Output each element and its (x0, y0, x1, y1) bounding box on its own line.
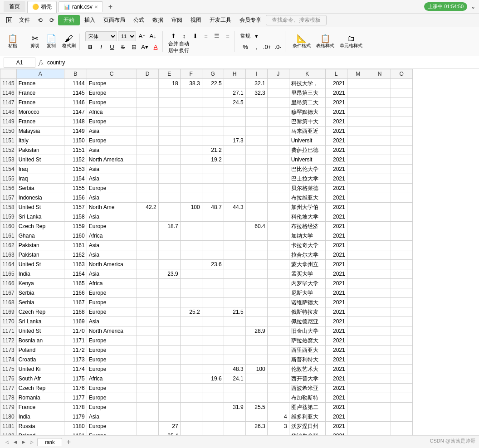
cell-b[interactable]: 1145 (64, 88, 87, 98)
cell-f[interactable] (180, 279, 202, 288)
cell-a[interactable]: France (16, 117, 64, 127)
cell-k[interactable]: 蒙大拿州立 (289, 260, 325, 269)
cell-e[interactable] (158, 279, 180, 288)
col-header-n[interactable]: N (369, 69, 391, 79)
font-decrease-button[interactable]: A↓ (148, 31, 158, 41)
cell-l[interactable]: 2021 (325, 203, 347, 212)
cell-b[interactable]: 1151 (64, 146, 87, 155)
cell-n[interactable] (369, 355, 391, 365)
cell-n[interactable] (369, 117, 391, 127)
cell-d[interactable] (137, 288, 158, 298)
cell-h[interactable]: 24.1 (224, 374, 245, 384)
underline-button[interactable]: U (107, 42, 117, 52)
cell-e[interactable] (158, 365, 180, 374)
cell-e[interactable] (158, 403, 180, 412)
cell-m[interactable] (347, 422, 369, 431)
cell-j[interactable] (267, 127, 289, 136)
cell-m[interactable] (347, 403, 369, 412)
cell-e[interactable] (158, 241, 180, 250)
cell-n[interactable] (369, 146, 391, 155)
cell-l[interactable]: 2021 (325, 98, 347, 107)
cell-b[interactable]: 1179 (64, 412, 87, 422)
cell-g[interactable] (202, 384, 224, 393)
cell-i[interactable] (245, 212, 267, 222)
cell-h[interactable] (224, 346, 245, 355)
cell-d[interactable] (137, 250, 158, 260)
col-header-b[interactable]: B (64, 69, 87, 79)
cell-f[interactable] (180, 336, 202, 346)
cell-a[interactable]: Bosnia an (16, 336, 64, 346)
cell-a[interactable]: France (16, 88, 64, 98)
tab-wps[interactable]: 🟡 稻壳 (27, 1, 57, 13)
cell-m[interactable] (347, 146, 369, 155)
cell-n[interactable] (369, 374, 391, 384)
cell-n[interactable] (369, 250, 391, 260)
cell-f[interactable] (180, 374, 202, 384)
cell-m[interactable] (347, 279, 369, 288)
cell-m[interactable] (347, 269, 369, 279)
cell-j[interactable] (267, 241, 289, 250)
expand-icon[interactable]: ⌄ (471, 4, 475, 10)
cell-h[interactable] (224, 155, 245, 165)
menu-developer[interactable]: 开发工具 (206, 15, 235, 25)
cell-f[interactable]: 25.2 (180, 307, 202, 317)
cell-o[interactable] (391, 212, 412, 222)
cell-j[interactable] (267, 288, 289, 298)
cell-d[interactable] (137, 165, 158, 174)
cell-k[interactable]: 科技大学， (289, 79, 325, 88)
cell-k[interactable]: 孟买大学 (289, 269, 325, 279)
cell-k[interactable]: 华沙生命科 (289, 431, 325, 436)
cell-c[interactable]: Europe (87, 79, 137, 88)
cell-j[interactable] (267, 336, 289, 346)
cell-g[interactable] (202, 412, 224, 422)
fill-color-button[interactable]: A▾ (140, 42, 150, 52)
cell-a[interactable]: Iraq (16, 165, 64, 174)
cell-g[interactable] (202, 279, 224, 288)
cell-f[interactable] (180, 317, 202, 326)
cell-k[interactable]: 俄斯特拉发 (289, 307, 325, 317)
cell-b[interactable]: 1149 (64, 127, 87, 136)
cell-d[interactable] (137, 374, 158, 384)
cell-e[interactable] (158, 146, 180, 155)
cell-l[interactable]: 2021 (325, 365, 347, 374)
cell-i[interactable] (245, 374, 267, 384)
cell-a[interactable]: Serbia (16, 184, 64, 193)
cell-o[interactable] (391, 174, 412, 184)
col-header-c[interactable]: C (87, 69, 137, 79)
cell-e[interactable] (158, 231, 180, 241)
cell-f[interactable] (180, 355, 202, 365)
cell-d[interactable] (137, 231, 158, 241)
cell-g[interactable] (202, 365, 224, 374)
home-tab[interactable]: 首页 (4, 1, 25, 12)
cell-g[interactable] (202, 298, 224, 307)
cell-o[interactable] (391, 279, 412, 288)
cell-k[interactable]: 诺维萨德大 (289, 298, 325, 307)
cell-b[interactable]: 1148 (64, 117, 87, 127)
cell-l[interactable]: 2021 (325, 155, 347, 165)
col-header-l[interactable]: L (325, 69, 347, 79)
cell-n[interactable] (369, 231, 391, 241)
cell-i[interactable] (245, 98, 267, 107)
cell-f[interactable] (180, 250, 202, 260)
cell-g[interactable] (202, 107, 224, 117)
cell-g[interactable] (202, 136, 224, 146)
cell-h[interactable]: 24.5 (224, 98, 245, 107)
cell-j[interactable] (267, 317, 289, 326)
cell-l[interactable]: 2021 (325, 193, 347, 203)
cell-o[interactable] (391, 269, 412, 279)
cell-g[interactable] (202, 431, 224, 436)
cell-l[interactable]: 2021 (325, 279, 347, 288)
cell-a[interactable]: Russia (16, 422, 64, 431)
cell-i[interactable] (245, 203, 267, 212)
cell-f[interactable] (180, 298, 202, 307)
cell-i[interactable] (245, 298, 267, 307)
decimal-dec-button[interactable]: .0- (273, 42, 283, 52)
cell-b[interactable]: 1176 (64, 384, 87, 393)
cell-k[interactable]: 尼斯大学 (289, 288, 325, 298)
cell-n[interactable] (369, 393, 391, 403)
cell-l[interactable]: 2021 (325, 250, 347, 260)
cell-a[interactable]: Czech Rep (16, 307, 64, 317)
cell-b[interactable]: 1164 (64, 269, 87, 279)
cell-l[interactable]: 2021 (325, 355, 347, 365)
cell-o[interactable] (391, 431, 412, 436)
